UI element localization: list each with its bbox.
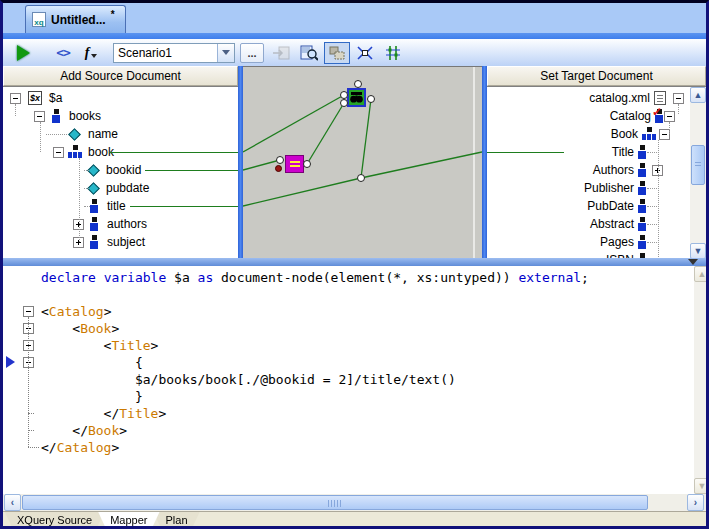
text-token: < [41,321,80,336]
expander-icon[interactable] [10,93,21,104]
element-icon [90,235,99,249]
view-tab-plan[interactable]: Plan [154,512,200,527]
expander-icon[interactable] [673,93,684,104]
tree-connector [84,188,89,189]
scroll-left-button[interactable]: ‹ [4,494,21,511]
scenario-dropdown-button[interactable] [217,44,234,62]
fold-guide [28,317,29,447]
expander-icon[interactable] [34,111,45,122]
mapped-check-icon: ✓ [652,105,662,119]
mapping-link[interactable] [243,95,344,152]
connection-port[interactable] [303,160,311,168]
text-token: { [41,355,143,370]
source-panel-header: Add Source Document [3,66,238,86]
thumb-grip [328,500,342,507]
document-tab-label: Untitled... [51,13,106,27]
connection-port[interactable] [357,174,365,182]
scroll-up-button[interactable]: ▲ [694,266,709,282]
mapping-line[interactable] [130,206,238,207]
tree-item-Pages[interactable]: Pages [487,233,706,251]
connection-port[interactable] [354,80,362,88]
tree-item-label: pubdate [106,181,149,195]
browse-scenario-button[interactable]: ... [240,43,264,63]
element-icon [638,163,647,177]
unconnected-port[interactable] [275,165,282,172]
align-nodes-button[interactable] [380,42,406,64]
tree-item-a[interactable]: $x$a [3,89,238,107]
function-menu-button[interactable]: f [78,42,104,64]
tree-item-Publisher[interactable]: Publisher [487,179,706,197]
predicate-node-binoculars[interactable] [347,88,366,107]
element-icon [52,109,61,123]
code-horizontal-scrollbar[interactable]: ‹ › [3,494,706,511]
scroll-up-button[interactable]: ▲ [690,87,706,103]
fold-toggle-icon[interactable] [23,306,34,317]
connection-port[interactable] [340,91,348,99]
map-xml-button[interactable]: <> [50,42,76,64]
code-line: </Catalog> [41,439,119,456]
mapping-line[interactable] [109,152,238,153]
code-vertical-scrollbar[interactable]: ▲ ▼ [694,266,709,494]
connection-port[interactable] [367,95,375,103]
tree-item-PubDate[interactable]: PubDate [487,197,706,215]
tree-item-Abstract[interactable]: Abstract [487,215,706,233]
keyword-token: declare [41,270,96,285]
tree-connector [647,206,657,207]
document-tab[interactable]: xq Untitled... * [25,5,126,33]
tree-item-books[interactable]: books [3,107,238,125]
horizontal-splitter[interactable] [3,258,706,266]
tree-connector [79,158,80,242]
tree-item-name[interactable]: name [3,125,238,143]
expander-icon[interactable] [664,111,675,122]
text-token: </ [41,406,119,421]
connection-port[interactable] [276,156,284,164]
scroll-right-button[interactable]: › [687,494,704,511]
function-f-icon: f [85,45,90,61]
vertical-scroll-thumb[interactable] [691,145,705,185]
xquery-code-editor[interactable]: declare variable $a as document-node(ele… [3,266,694,494]
target-tree-scrollbar[interactable]: ▲▼ [690,87,706,258]
tree-item-subject[interactable]: subject [3,233,238,251]
tree-item-label: Authors [593,163,634,177]
toggle-source-pane-button[interactable] [324,42,350,64]
text-token: < [41,304,49,319]
splitter-collapse-icon[interactable] [688,259,698,265]
element-icon [638,181,647,195]
code-line: </Book> [41,422,127,439]
mapping-link[interactable] [243,178,361,206]
tree-item-catalogxml[interactable]: catalog.xml [487,89,706,107]
run-button[interactable] [10,42,36,64]
tree-item-Authors[interactable]: Authors [487,161,706,179]
chevron-down-icon [222,50,230,55]
tree-item-ISBN[interactable]: ISBN [487,251,706,258]
target-tree-panel[interactable]: catalog.xml✓CatalogBookTitleAuthorsPubli… [487,86,706,258]
export-icon [272,46,290,60]
scroll-down-button[interactable]: ▼ [694,478,709,494]
view-tab-mapper[interactable]: Mapper [98,512,159,527]
preview-result-button[interactable] [296,42,322,64]
tree-connector [678,104,679,114]
equals-operator-node[interactable] [285,155,304,173]
source-tree-panel[interactable]: $x$abooksnamebookbookidpubdatetitleautho… [3,86,238,258]
connection-port[interactable] [340,99,348,107]
scenario-select[interactable]: Scenario1 [113,43,235,63]
tree-item-label: authors [107,217,147,231]
tree-item-authors[interactable]: authors [3,215,238,233]
mapping-link[interactable] [361,152,482,178]
horizontal-scroll-thumb[interactable] [22,495,648,510]
mapping-line[interactable] [145,170,238,171]
tree-item-Book[interactable]: Book [487,125,706,143]
text-token: document-node(element(*, xs:untyped)) [213,270,518,285]
tree-item-Catalog[interactable]: ✓Catalog [487,107,706,125]
expander-icon[interactable] [53,147,64,158]
attribute-icon [68,128,81,141]
mapping-link[interactable] [361,99,371,178]
scroll-down-button[interactable]: ▼ [690,243,706,258]
view-tab-xquery-source[interactable]: XQuery Source [5,512,104,527]
mapping-line[interactable] [487,152,564,153]
text-token: ; [581,270,589,285]
mapping-canvas[interactable] [243,66,482,258]
tree-item-pubdate[interactable]: pubdate [3,179,238,197]
keyword-token: variable [104,270,167,285]
collapse-links-button[interactable] [352,42,378,64]
